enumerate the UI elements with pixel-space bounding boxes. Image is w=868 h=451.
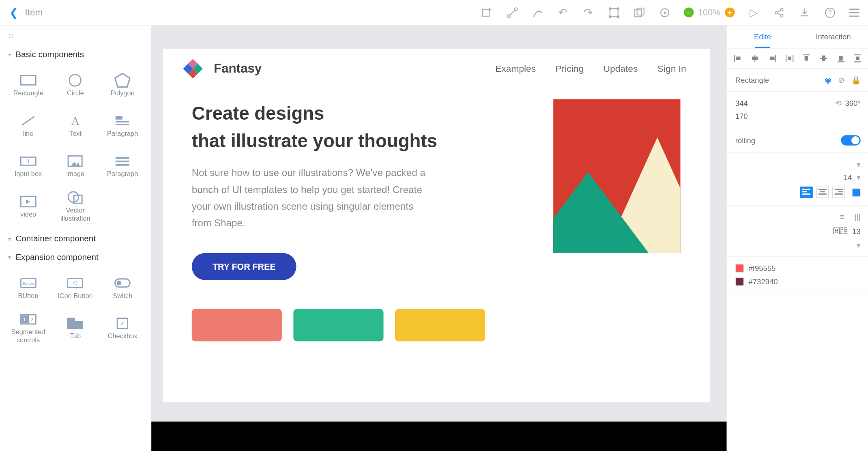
share-icon[interactable] [773, 6, 785, 19]
topbar: ❮ Item ↶ ↷ – 100% + [0, 0, 868, 26]
svg-point-3 [507, 15, 510, 17]
dropdown-chevron[interactable]: ▾ [857, 160, 861, 168]
svg-text:?: ? [828, 9, 832, 16]
hidden-icon[interactable]: ⊘ [838, 76, 844, 84]
rotation-value[interactable]: 360° [845, 99, 860, 107]
color-hex-2: #732940 [749, 277, 778, 286]
cta-button[interactable]: TRY FOR FREE [192, 253, 296, 280]
artboard-main[interactable]: Fantasy Examples Pricing Updates Sign In… [163, 49, 709, 402]
pen-tool-icon[interactable] [506, 6, 518, 19]
component-button[interactable]: ButtonBUtton [4, 268, 52, 308]
swatch-red[interactable] [192, 309, 282, 341]
bezier-icon[interactable] [531, 6, 544, 19]
nav-pricing[interactable]: Pricing [555, 64, 584, 74]
rolling-label: rolling [735, 136, 755, 144]
add-artboard-icon[interactable] [480, 6, 493, 19]
component-checkbox[interactable]: ✓Checkbox [99, 309, 146, 348]
section-label: Container component [15, 234, 95, 243]
align-vcenter-icon[interactable] [819, 53, 829, 64]
chevron-down-icon[interactable]: ▾ [857, 241, 861, 249]
nav-signin[interactable]: Sign In [657, 64, 686, 74]
color-swatch-2[interactable] [735, 277, 744, 286]
letter-spacing-icon[interactable]: ||| [855, 213, 860, 221]
tab-interaction[interactable]: Interaction [798, 26, 868, 48]
swatch-green[interactable] [293, 309, 383, 341]
section-label: Basic components [15, 49, 84, 59]
component-paragraph2[interactable]: Paragraph [99, 147, 146, 186]
target-icon[interactable] [658, 6, 671, 19]
lock-icon[interactable]: 🔒 [851, 76, 861, 84]
back-button[interactable]: ❮ [9, 6, 18, 19]
search-icon[interactable]: ⌕ [8, 30, 14, 41]
align-right-icon[interactable] [767, 53, 778, 64]
text-align-right[interactable] [832, 187, 845, 198]
width-value[interactable]: 344 [735, 99, 748, 107]
font-size-value[interactable]: 14 [844, 173, 852, 182]
component-iconbutton[interactable]: iCon Button [52, 268, 99, 308]
hero-heading-line2: that illustrate your thoughts [192, 127, 530, 155]
component-polygon[interactable]: Polygon [99, 66, 146, 105]
component-vector[interactable]: Vector illustration [52, 187, 99, 226]
svg-rect-24 [736, 57, 740, 60]
text-color-chip[interactable] [852, 188, 860, 197]
image-icon [68, 155, 83, 167]
chevron-down-icon[interactable]: ▾ [857, 173, 861, 182]
canvas[interactable]: Fantasy Examples Pricing Updates Sign In… [151, 26, 726, 451]
svg-marker-22 [115, 73, 130, 87]
align-top-icon[interactable] [801, 53, 812, 64]
svg-rect-10 [617, 15, 619, 18]
download-icon[interactable] [798, 6, 811, 19]
rolling-toggle[interactable] [841, 135, 860, 146]
ungroup-icon[interactable] [633, 6, 645, 19]
component-tab[interactable]: Tab [52, 309, 99, 348]
color-swatch-1[interactable] [735, 264, 744, 273]
svg-line-18 [778, 10, 781, 12]
align-bottom-icon[interactable] [836, 53, 846, 64]
tab-edit[interactable]: Edite [727, 26, 798, 48]
play-icon[interactable]: ▷ [748, 6, 760, 19]
redo-icon[interactable]: ↷ [582, 6, 595, 19]
menu-button[interactable] [849, 9, 859, 17]
hero-illustration [553, 99, 680, 253]
svg-rect-37 [839, 56, 842, 60]
text-align-left[interactable] [800, 187, 812, 198]
component-segmented[interactable]: 12Segmented controls [4, 309, 52, 348]
zoom-in-button[interactable]: + [725, 8, 735, 17]
text-align-center[interactable] [816, 187, 829, 198]
svg-rect-26 [752, 57, 758, 60]
container-component-header[interactable]: ▾ Container component [0, 229, 151, 248]
zoom-out-button[interactable]: – [683, 8, 693, 17]
component-video[interactable]: video [4, 187, 52, 226]
help-icon[interactable]: ? [824, 6, 836, 19]
spacing-value[interactable]: 13 [852, 227, 861, 235]
visible-icon[interactable]: ◉ [825, 76, 831, 84]
nav-examples[interactable]: Examples [495, 64, 536, 74]
height-value[interactable]: 170 [735, 112, 748, 120]
undo-icon[interactable]: ↶ [556, 6, 569, 19]
component-rectangle[interactable]: Rectangle [4, 66, 52, 105]
component-image[interactable]: image [52, 147, 99, 186]
component-switch[interactable]: Switch [99, 268, 146, 308]
align-hdistribute-icon[interactable] [784, 53, 795, 64]
input-icon [20, 157, 37, 166]
hero-body: Not sure how to use our illustrations? W… [192, 165, 434, 232]
svg-point-14 [664, 11, 666, 14]
group-icon[interactable] [608, 6, 620, 19]
swatch-yellow[interactable] [395, 309, 485, 341]
component-paragraph[interactable]: Paragraph [99, 106, 146, 146]
svg-rect-0 [482, 9, 489, 16]
component-line[interactable]: line [4, 106, 52, 146]
align-vdistribute-icon[interactable] [853, 53, 863, 64]
component-text[interactable]: AText [52, 106, 99, 146]
component-circle[interactable]: Circle [52, 66, 99, 105]
line-height-icon[interactable]: ≡ [840, 213, 844, 221]
basic-components-header[interactable]: ▾ Basic components [0, 45, 151, 64]
align-left-icon[interactable] [733, 53, 743, 64]
vector-icon [68, 191, 83, 204]
inspector-panel: Edite Interaction Rectangle ◉ ⊘ [726, 26, 868, 451]
expansion-component-header[interactable]: ▾ Expansion component [0, 248, 151, 266]
svg-rect-6 [610, 9, 618, 17]
component-inputbox[interactable]: Input box [4, 147, 52, 186]
nav-updates[interactable]: Updates [604, 64, 638, 74]
align-hcenter-icon[interactable] [750, 53, 761, 64]
